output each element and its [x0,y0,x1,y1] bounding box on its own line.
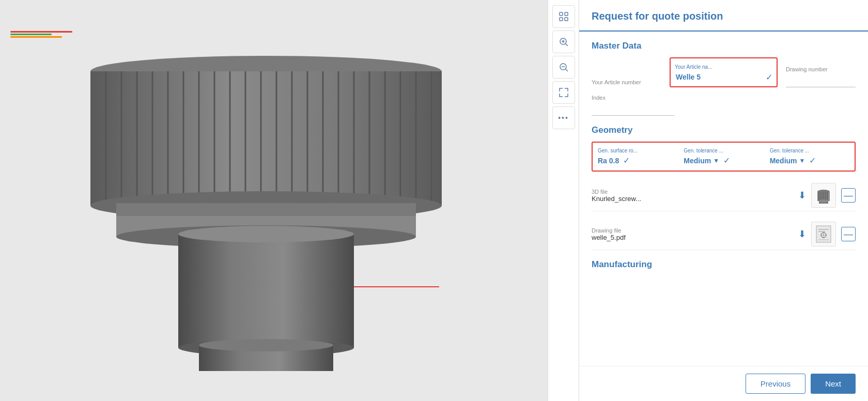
file-3d-row: 3D file Knurled_screw... ⬇ — [592,180,856,211]
svg-line-40 [565,44,568,47]
surface-roughness-value-row: Ra 0.8 ✓ [598,156,677,165]
next-button[interactable]: Next [811,374,856,394]
file-3d-thumbnail [811,183,836,208]
index-group: Index [592,95,674,116]
surface-roughness-value: Ra 0.8 [598,157,619,165]
svg-rect-38 [565,18,568,21]
article-name-with-check: ✓ [675,71,772,83]
file-drawing-name: welle_5.pdf [592,234,793,241]
file-drawing-icon [814,224,833,244]
surface-roughness-field: Gen. surface ro... Ra 0.8 ✓ [598,148,677,165]
gear-3d-model [70,30,462,371]
svg-point-54 [819,199,828,203]
tolerance-2-value-row: Medium ▼ ✓ [770,156,849,165]
geometry-fields-highlighted: Gen. surface ro... Ra 0.8 ✓ Gen. toleran… [592,142,856,172]
file-3d-name: Knurled_screw... [592,195,793,203]
index-row: Index [592,95,856,116]
article-number-label: Your Article number [592,79,661,85]
form-body: Master Data Your Article number Your Art… [579,32,868,366]
tolerance-1-dropdown-arrow: ▼ [713,157,719,164]
geometry-title: Geometry [592,125,856,135]
tolerance-1-check: ✓ [723,156,730,165]
svg-point-33 [199,339,333,351]
article-name-input[interactable] [675,71,764,83]
index-input[interactable] [592,103,674,116]
file-drawing-remove-button[interactable]: — [841,227,856,241]
drawing-number-label: Drawing number [786,66,856,72]
more-button[interactable]: ••• [552,106,575,129]
svg-rect-1 [90,71,442,206]
svg-rect-37 [560,18,563,21]
form-panel: Request for quote position Master Data Y… [579,0,868,401]
tolerance-2-value: Medium [770,157,797,165]
tolerance-1-label: Gen. tolerance ... [684,148,763,153]
svg-line-44 [565,69,568,72]
form-footer: Previous Next [579,366,868,401]
tolerance-2-check: ✓ [809,156,816,165]
file-drawing-type-label: Drawing file [592,227,793,234]
surface-roughness-label: Gen. surface ro... [598,148,677,153]
form-header: Request for quote position [579,0,868,32]
drawing-number-input[interactable] [786,74,856,87]
orange-axis [10,36,62,38]
red-axis [10,31,72,33]
article-number-group: Your Article number [592,79,661,87]
tolerance-1-value: Medium [684,157,711,165]
file-drawing-info: Drawing file welle_5.pdf [592,227,793,241]
viewer-panel: ••• [0,0,579,401]
file-drawing-thumbnail [811,222,836,246]
axis-lines [10,31,72,39]
viewer-canvas [0,0,579,401]
article-name-field: Your Article na... ✓ [670,57,778,87]
file-3d-info: 3D file Knurled_screw... [592,189,793,203]
file-drawing-row: Drawing file welle_5.pdf ⬇ — [592,219,856,250]
zoom-in-button[interactable] [552,30,575,53]
svg-rect-35 [560,12,563,16]
tolerance-2-label: Gen. tolerance ... [770,148,849,153]
master-data-title: Master Data [592,41,856,51]
tolerance-2-dropdown-arrow: ▼ [799,157,805,164]
tolerance-1-value-row: Medium ▼ ✓ [684,156,763,165]
expand-button[interactable] [552,81,575,104]
article-name-check: ✓ [766,72,772,82]
article-number-row: Your Article number Your Article na... ✓… [592,57,856,87]
file-3d-download-button[interactable]: ⬇ [798,190,806,201]
index-label: Index [592,95,674,101]
form-title: Request for quote position [592,10,856,22]
fit-view-button[interactable] [552,5,575,28]
file-drawing-download-button[interactable]: ⬇ [798,228,806,240]
zoom-out-button[interactable] [552,56,575,79]
green-axis [10,34,52,35]
article-name-label: Your Article na... [675,64,712,70]
drawing-number-group: Drawing number [786,66,856,87]
svg-rect-29 [178,234,354,348]
surface-roughness-check: ✓ [623,156,630,165]
viewer-toolbar: ••• [548,0,579,401]
file-3d-icon [814,186,833,205]
svg-point-30 [178,226,354,242]
manufacturing-title: Manufacturing [592,259,856,270]
tolerance-1-field: Gen. tolerance ... Medium ▼ ✓ [684,148,763,165]
tolerance-2-field: Gen. tolerance ... Medium ▼ ✓ [770,148,849,165]
file-3d-remove-button[interactable]: — [841,188,856,203]
svg-rect-36 [565,12,568,16]
previous-button[interactable]: Previous [746,374,805,394]
file-3d-type-label: 3D file [592,189,793,195]
